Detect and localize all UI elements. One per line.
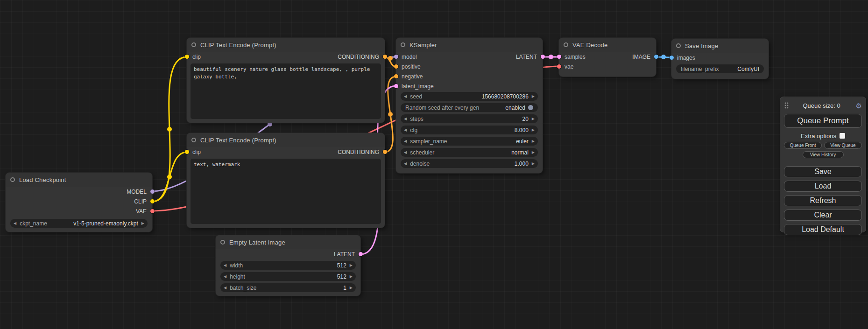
output-slot-vae[interactable] — [150, 209, 155, 213]
node-title-bar[interactable]: CLIP Text Encode (Prompt) — [187, 38, 385, 52]
output-slot-clip[interactable] — [150, 199, 155, 203]
output-slot-latent[interactable] — [541, 55, 545, 59]
decrement-arrow-icon[interactable]: ◀ — [404, 162, 407, 166]
node-title-bar[interactable]: Empty Latent Image — [216, 235, 360, 249]
widget-label: width — [230, 262, 243, 269]
widget-value: 512 — [337, 262, 346, 269]
collapse-dot[interactable] — [191, 42, 196, 47]
node-vae-decode[interactable]: VAE Decode samples IMAGE vae — [559, 38, 656, 77]
input-slot-clip[interactable] — [185, 55, 189, 59]
increment-arrow-icon[interactable]: ▶ — [141, 222, 144, 225]
queue-front-button[interactable]: Queue Front — [784, 142, 822, 149]
collapse-dot[interactable] — [564, 42, 568, 47]
increment-arrow-icon[interactable]: ▶ — [532, 128, 535, 132]
height-widget[interactable]: ◀ height 512 ▶ — [220, 272, 356, 281]
node-clip-text-encode-positive[interactable]: CLIP Text Encode (Prompt) clip CONDITION… — [187, 38, 385, 123]
output-slot-image[interactable] — [654, 55, 658, 59]
collapse-dot[interactable] — [676, 43, 681, 48]
filename-prefix-widget[interactable]: filename_prefix ComfyUI — [676, 64, 764, 73]
drag-handle-icon[interactable] — [784, 102, 790, 109]
queue-prompt-button[interactable]: Queue Prompt — [784, 114, 862, 128]
output-slot-model[interactable] — [150, 189, 155, 194]
input-slot-samples[interactable] — [557, 55, 561, 59]
collapse-dot[interactable] — [220, 240, 225, 245]
widget-label: sampler_name — [410, 138, 447, 145]
node-title: KSampler — [409, 42, 437, 49]
extra-options-checkbox[interactable] — [840, 133, 845, 139]
increment-arrow-icon[interactable]: ▶ — [350, 286, 353, 290]
slot-row: model LATENT — [396, 52, 543, 62]
output-slot-conditioning[interactable] — [383, 55, 387, 59]
sampler-name-widget[interactable]: ◀ sampler_name euler ▶ — [401, 137, 538, 146]
widget-label: steps — [410, 116, 423, 122]
input-slot-latent-image[interactable] — [394, 84, 398, 88]
input-slot-clip[interactable] — [185, 150, 189, 154]
increment-arrow-icon[interactable]: ▶ — [350, 264, 353, 267]
seed-widget[interactable]: ◀ seed 156680208700286 ▶ — [401, 92, 538, 101]
batch-size-widget[interactable]: ◀ batch_size 1 ▶ — [220, 283, 356, 292]
cfg-widget[interactable]: ◀ cfg 8.000 ▶ — [401, 126, 538, 134]
node-clip-text-encode-negative[interactable]: CLIP Text Encode (Prompt) clip CONDITION… — [187, 133, 385, 228]
view-history-button[interactable]: View History — [803, 151, 844, 158]
denoise-widget[interactable]: ◀ denoise 1.000 ▶ — [401, 159, 538, 168]
increment-arrow-icon[interactable]: ▶ — [532, 151, 535, 154]
input-slot-vae[interactable] — [557, 64, 561, 69]
collapse-dot[interactable] — [10, 177, 15, 182]
input-slot-negative[interactable] — [394, 74, 398, 78]
widget-label: denoise — [410, 161, 430, 167]
prompt-textarea[interactable]: beautiful scenery nature glass bottle la… — [191, 63, 381, 119]
output-slot-latent[interactable] — [359, 252, 363, 256]
decrement-arrow-icon[interactable]: ◀ — [404, 128, 407, 132]
link-conditioning-negative — [385, 77, 396, 152]
decrement-arrow-icon[interactable]: ◀ — [404, 117, 407, 121]
node-title-bar[interactable]: CLIP Text Encode (Prompt) — [187, 133, 385, 147]
settings-gear-icon[interactable]: ⚙ — [854, 102, 862, 109]
input-slot-model[interactable] — [394, 55, 398, 59]
decrement-arrow-icon[interactable]: ◀ — [224, 275, 226, 279]
widget-value: 1 — [343, 285, 346, 291]
clear-button[interactable]: Clear — [784, 210, 862, 221]
collapse-dot[interactable] — [401, 42, 405, 47]
widget-value: euler — [516, 138, 529, 145]
increment-arrow-icon[interactable]: ▶ — [350, 275, 353, 279]
decrement-arrow-icon[interactable]: ◀ — [404, 140, 407, 143]
node-title-bar[interactable]: KSampler — [396, 38, 543, 52]
input-slot-positive[interactable] — [394, 64, 398, 69]
load-default-button[interactable]: Load Default — [784, 224, 862, 235]
widget-label: cfg — [410, 127, 417, 133]
widget-value: ComfyUI — [737, 66, 759, 72]
decrement-arrow-icon[interactable]: ◀ — [404, 151, 407, 154]
width-widget[interactable]: ◀ width 512 ▶ — [220, 261, 356, 270]
node-title-bar[interactable]: Save Image — [671, 39, 769, 53]
increment-arrow-icon[interactable]: ▶ — [532, 117, 535, 121]
refresh-button[interactable]: Refresh — [784, 195, 862, 206]
increment-arrow-icon[interactable]: ▶ — [532, 140, 535, 143]
node-load-checkpoint[interactable]: Load Checkpoint MODEL CLIP VAE ◀ ckpt_na… — [6, 173, 152, 232]
input-slot-images[interactable] — [670, 56, 674, 60]
collapse-dot[interactable] — [191, 138, 196, 142]
decrement-arrow-icon[interactable]: ◀ — [224, 264, 226, 267]
save-button[interactable]: Save — [784, 166, 862, 177]
node-ksampler[interactable]: KSampler model LATENT positive negative … — [396, 38, 543, 173]
increment-arrow-icon[interactable]: ▶ — [532, 95, 535, 98]
node-empty-latent-image[interactable]: Empty Latent Image LATENT ◀ width 512 ▶ … — [216, 235, 360, 296]
graph-canvas[interactable]: Load Checkpoint MODEL CLIP VAE ◀ ckpt_na… — [0, 0, 868, 329]
load-button[interactable]: Load — [784, 181, 862, 192]
node-title-bar[interactable]: Load Checkpoint — [6, 173, 152, 187]
prompt-textarea[interactable]: text, watermark — [191, 159, 381, 224]
ckpt-name-widget[interactable]: ◀ ckpt_name v1-5-pruned-emaonly.ckpt ▶ — [10, 219, 148, 228]
view-queue-button[interactable]: View Queue — [824, 142, 862, 149]
decrement-arrow-icon[interactable]: ◀ — [404, 95, 407, 98]
node-title: Save Image — [685, 42, 718, 49]
node-title-bar[interactable]: VAE Decode — [559, 38, 656, 52]
node-save-image[interactable]: Save Image images filename_prefix ComfyU… — [671, 39, 769, 79]
output-slot-conditioning[interactable] — [383, 150, 387, 154]
increment-arrow-icon[interactable]: ▶ — [532, 162, 535, 166]
scheduler-widget[interactable]: ◀ scheduler normal ▶ — [401, 148, 538, 157]
random-seed-widget[interactable]: Random seed after every gen enabled — [401, 103, 538, 112]
toggle-dot-icon[interactable] — [528, 105, 533, 110]
slot-row: samples IMAGE — [559, 52, 656, 62]
steps-widget[interactable]: ◀ steps 20 ▶ — [401, 114, 538, 123]
decrement-arrow-icon[interactable]: ◀ — [14, 222, 16, 225]
decrement-arrow-icon[interactable]: ◀ — [224, 286, 226, 290]
